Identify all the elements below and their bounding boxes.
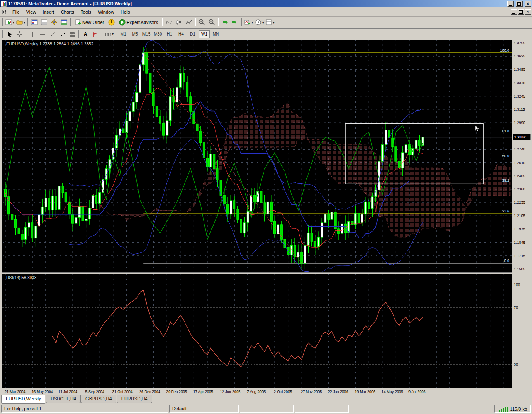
vertical-line-button[interactable] (28, 30, 38, 39)
rsi-scale-label: 30 (514, 362, 518, 366)
trendline-icon (49, 31, 56, 38)
time-label: 12 Jun 2005 (220, 390, 241, 394)
title-bar: 1178561: MetaTrader - Demo Account - [EU… (0, 0, 532, 7)
price-label: 1.3755 (514, 41, 525, 45)
zoom-out-icon (209, 19, 215, 26)
menu-help[interactable]: Help (117, 8, 133, 16)
periods-button[interactable]: ▾ (254, 18, 265, 27)
price-label: 1.2610 (514, 161, 525, 165)
price-label: 1.2360 (514, 187, 525, 191)
new-chart-button[interactable]: ▾ (5, 18, 15, 27)
templates-icon (266, 19, 272, 26)
timeframe-d1[interactable]: D1 (187, 30, 198, 38)
restore-button[interactable] (516, 1, 522, 7)
arrows-button[interactable] (90, 30, 100, 39)
connection-status: 115/0 kb (494, 405, 531, 413)
status-profile[interactable]: Default (169, 405, 239, 413)
status-empty-1 (240, 405, 294, 413)
toolbar-grip[interactable] (2, 18, 3, 26)
menu-view[interactable]: View (23, 8, 40, 16)
menu-charts[interactable]: Charts (57, 8, 77, 16)
mdi-restore-button[interactable] (518, 9, 524, 15)
cursor-button[interactable] (5, 30, 14, 39)
text-icon: A (84, 31, 88, 37)
profiles-button[interactable]: ▾ (15, 18, 26, 27)
time-label: 16 May 2004 (31, 390, 53, 394)
time-label: 2 Oct 2005 (274, 390, 292, 394)
templates-button[interactable]: ▾ (265, 18, 276, 27)
menu-insert[interactable]: Insert (39, 8, 57, 16)
mdi-restore-icon (519, 10, 523, 14)
line-chart-button[interactable] (184, 18, 194, 27)
chart-tab-eurusd-weekly[interactable]: EURUSD,Weekly (1, 395, 45, 404)
bar-chart-button[interactable] (164, 18, 174, 27)
horizontal-line-button[interactable] (38, 30, 48, 39)
candlestick-chart-button[interactable] (174, 18, 184, 27)
zoom-out-button[interactable] (207, 18, 217, 27)
terminal-button[interactable] (59, 18, 69, 27)
toolbar-grip[interactable] (2, 30, 3, 38)
metaeditor-button[interactable] (107, 18, 116, 27)
toolbar-separator (102, 30, 102, 38)
timeframe-m30[interactable]: M30 (152, 30, 164, 38)
vertical-line-icon (29, 31, 36, 38)
auto-scroll-button[interactable] (220, 18, 230, 27)
chart-region: 100.061.850.038.223.60.0 EURUSD,Weekly 1… (2, 40, 530, 395)
mdi-minimize-icon (512, 13, 515, 14)
timeframe-w1[interactable]: W1 (199, 30, 210, 38)
minimize-button[interactable] (507, 1, 514, 7)
timeframe-h1[interactable]: H1 (164, 30, 175, 38)
menu-window[interactable]: Window (95, 8, 117, 16)
menu-tools[interactable]: Tools (77, 8, 95, 16)
time-label: 31 Oct 2004 (112, 390, 133, 394)
time-label: 27 Nov 2005 (301, 390, 322, 394)
text-button[interactable]: A (81, 30, 90, 39)
trendline-button[interactable] (48, 30, 57, 39)
fibonacci-button[interactable] (67, 30, 77, 39)
chart-window-icon (2, 9, 7, 15)
chart-tab-eurusd-h4[interactable]: EURUSD,H4 (117, 395, 152, 403)
timeframe-m5[interactable]: M5 (129, 30, 140, 38)
expert-advisors-button[interactable]: Expert Advisors (116, 18, 160, 27)
menu-file[interactable]: File (9, 8, 23, 16)
indicators-button[interactable]: ▾ (243, 18, 254, 27)
market-watch-icon (31, 19, 38, 26)
clock-icon (255, 19, 261, 26)
price-scale[interactable]: 1.37551.36251.34951.33701.32451.31151.29… (512, 40, 531, 388)
chart-tab-gbpusd-h4[interactable]: GBPUSD,H4 (81, 395, 116, 403)
new-order-button[interactable]: New Order (72, 18, 107, 27)
horizontal-line-icon (39, 31, 46, 38)
mdi-close-button[interactable]: × (525, 9, 531, 15)
timeframe-h4[interactable]: H4 (176, 30, 187, 38)
chart-shift-button[interactable] (230, 18, 240, 27)
toolbar-separator (27, 18, 28, 26)
price-label: 1.1845 (514, 240, 525, 245)
status-empty-2 (295, 405, 349, 413)
crosshair-icon (16, 31, 23, 38)
price-chart[interactable]: 100.061.850.038.223.60.0 (2, 40, 512, 272)
channel-button[interactable] (57, 30, 67, 39)
timeframe-m15[interactable]: M15 (141, 30, 152, 38)
svg-text:100.0: 100.0 (500, 48, 509, 52)
svg-text:50.0: 50.0 (502, 154, 509, 158)
data-window-button[interactable] (39, 18, 49, 27)
time-label: 9 Jul 2006 (408, 390, 426, 394)
shapes-button[interactable]: ▾ (104, 30, 114, 39)
svg-text:23.6: 23.6 (502, 209, 509, 213)
minimize-icon (509, 5, 512, 6)
navigator-button[interactable] (49, 18, 59, 27)
chart-tab-usdchf-h4[interactable]: USDCHF,H4 (46, 395, 81, 403)
timeframe-mn[interactable]: MN (210, 30, 221, 38)
close-button[interactable]: × (525, 1, 531, 7)
rsi-pane[interactable] (2, 274, 512, 388)
menu-items: FileViewInsertChartsToolsWindowHelp (9, 8, 133, 16)
toolbar-separator (78, 30, 79, 38)
time-axis[interactable]: 21 Mar 200416 May 200411 Jul 20045 Sep 2… (2, 388, 531, 395)
profiles-icon (16, 19, 23, 26)
market-watch-button[interactable] (29, 18, 39, 27)
auto-scroll-icon (222, 19, 228, 26)
crosshair-button[interactable] (14, 30, 24, 39)
mdi-minimize-button[interactable] (511, 9, 517, 15)
timeframe-m1[interactable]: M1 (118, 30, 129, 38)
zoom-in-button[interactable] (197, 18, 207, 27)
